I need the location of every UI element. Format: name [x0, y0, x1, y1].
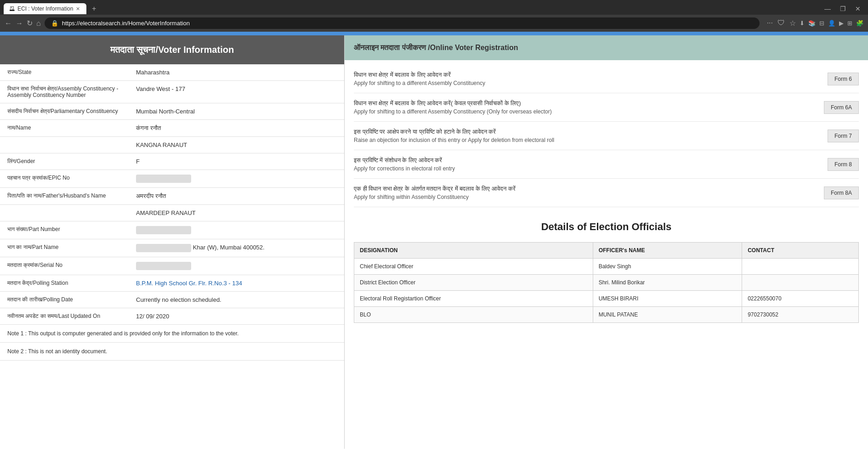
form7-button[interactable]: Form 7 — [828, 130, 859, 142]
back-button[interactable]: ← — [5, 19, 12, 28]
reg-text-2: इस प्रविष्टि पर आक्षेप करने या प्रविष्टि… — [354, 128, 822, 143]
officials-table: DESIGNATION OFFICER's NAME CONTACT Chief… — [354, 242, 859, 323]
label-polling-date: मतदान की तारीख/Polling Date — [0, 292, 129, 308]
close-button[interactable]: ✕ — [851, 4, 864, 13]
part-name-blurred — [136, 244, 191, 252]
form6-button[interactable]: Form 6 — [828, 73, 859, 85]
official-designation-0: Chief Electoral Officer — [354, 259, 593, 275]
reg-en-3: Apply for corrections in electoral roll … — [354, 165, 822, 172]
forward-button[interactable]: → — [16, 19, 23, 28]
address-bar[interactable]: 🔒 https://electoralsearch.in/Home/VoterI… — [45, 17, 760, 29]
active-tab[interactable]: 🗳 ECI : Voter Information ✕ — [4, 3, 86, 14]
official-name-2: UMESH BIRARI — [593, 291, 742, 307]
value-serial — [129, 257, 344, 275]
table-row: भाग संख्या/Part Number — [0, 221, 344, 239]
value-assembly: Vandre West - 177 — [129, 81, 344, 103]
window-controls: — ❐ ✕ — [821, 4, 864, 13]
official-name-0: Baldev Singh — [593, 259, 742, 275]
label-name: नाम/Name — [0, 120, 129, 137]
toolbar-icons: ··· 🛡 ☆ — [767, 19, 796, 28]
account-icon[interactable]: 👤 — [828, 20, 835, 27]
registration-section: विधान सभा क्षेत्र में बदलाव के लिए आवेदन… — [345, 60, 868, 212]
reg-hi-0: विधान सभा क्षेत्र में बदलाव के लिए आवेदन… — [354, 71, 822, 79]
table-row: पिता/पति का नाम/Father's/Husband's Name … — [0, 188, 344, 205]
part-number-blurred — [136, 226, 191, 234]
new-tab-button[interactable]: + — [88, 3, 100, 15]
label-part-number: भाग संख्या/Part Number — [0, 221, 129, 239]
table-row: संसदीय निर्वाचन क्षेत्र/Parliamentary Co… — [0, 103, 344, 120]
tab-close-button[interactable]: ✕ — [76, 6, 80, 12]
star-icon[interactable]: ☆ — [789, 19, 796, 28]
browser-chrome: 🗳 ECI : Voter Information ✕ + — ❐ ✕ — [0, 0, 868, 15]
official-designation-3: BLO — [354, 307, 593, 323]
part-name-text: Khar (W), Mumbai 400052. — [193, 244, 265, 251]
minimize-button[interactable]: — — [821, 4, 834, 13]
reg-text-4: एक ही विधान सभा क्षेत्र के अंतर्गत मतदान… — [354, 185, 818, 200]
reg-row-2: इस प्रविष्टि पर आक्षेप करने या प्रविष्टि… — [354, 122, 859, 150]
officials-header-row: DESIGNATION OFFICER's NAME CONTACT — [354, 243, 859, 259]
reg-hi-4: एक ही विधान सभा क्षेत्र के अंतर्गत मतदान… — [354, 185, 818, 192]
value-parliamentary: Mumbai North-Central — [129, 103, 344, 120]
left-panel: मतदाता सूचना/Voter Information राज्य/Sta… — [0, 35, 345, 449]
main-layout: मतदाता सूचना/Voter Information राज्य/Sta… — [0, 35, 868, 449]
label-serial: मतदाता क्रमांक/Serial No — [0, 257, 129, 275]
polling-station-link[interactable]: B.P.M. High School Gr. Flr. R.No.3 - 134 — [136, 280, 242, 287]
value-updated: 12/ 09/ 2020 — [129, 308, 344, 325]
table-row: मतदाता क्रमांक/Serial No — [0, 257, 344, 275]
value-epic — [129, 170, 344, 188]
sync-icon[interactable]: ⊟ — [819, 20, 824, 27]
label-father-empty — [0, 205, 129, 221]
reg-hi-3: इस प्रविष्टि में संशोधन के लिए आवेदन करे… — [354, 157, 822, 164]
table-row: विधान सभा निर्वाचन क्षेत्र/Assembly Cons… — [0, 81, 344, 103]
reg-en-0: Apply for shifting to a different Assemb… — [354, 80, 822, 86]
table-row: भाग का नाम/Part Name Khar (W), Mumbai 40… — [0, 239, 344, 257]
col-contact: CONTACT — [742, 243, 859, 259]
table-row: नवीनतम अपडेट का समय/Last Updated On 12/ … — [0, 308, 344, 325]
reg-row-4: एक ही विधान सभा क्षेत्र के अंतर्गत मतदान… — [354, 179, 859, 207]
tab-favicon: 🗳 — [9, 6, 15, 12]
label-updated: नवीनतम अपडेट का समय/Last Updated On — [0, 308, 129, 325]
value-father-en: AMARDEEP RANAUT — [129, 205, 344, 221]
library-icon[interactable]: 📚 — [808, 20, 816, 27]
more-options-button[interactable]: ··· — [767, 19, 773, 28]
table-row: KANGNA RANAUT — [0, 137, 344, 153]
form8a-button[interactable]: Form 8A — [824, 186, 859, 199]
official-contact-0 — [742, 259, 859, 275]
tab-bar: 🗳 ECI : Voter Information ✕ + — [4, 3, 100, 15]
shield-icon: 🛡 — [777, 19, 785, 28]
tab-title: ECI : Voter Information — [17, 6, 73, 12]
reg-en-1: Apply for shifting to a different Assemb… — [354, 108, 818, 115]
youtube-icon[interactable]: ▶ — [839, 20, 844, 27]
label-epic: पहचान पत्र क्रमांक/EPIC No — [0, 170, 129, 188]
restore-button[interactable]: ❐ — [836, 4, 850, 13]
table-row: राज्य/State Maharashtra — [0, 64, 344, 81]
right-header: ऑनलाइन मतदाता पंजीकरण /Online Voter Regi… — [345, 35, 868, 60]
reg-text-3: इस प्रविष्टि में संशोधन के लिए आवेदन करे… — [354, 157, 822, 172]
reg-row-1: विधान सभा क्षेत्र में बदलाव के लिए आवेदन… — [354, 93, 859, 122]
grid-icon[interactable]: ⊞ — [847, 20, 852, 27]
reg-row-3: इस प्रविष्टि में संशोधन के लिए आवेदन करे… — [354, 150, 859, 179]
official-row-2: Electoral Roll Registartion Officer UMES… — [354, 291, 859, 307]
note1: Note 1 : This output is computer generat… — [0, 325, 344, 343]
official-contact-3: 9702730052 — [742, 307, 859, 323]
address-bar-row: ← → ↻ ⌂ 🔒 https://electoralsearch.in/Hom… — [0, 15, 868, 32]
voter-info-table: राज्य/State Maharashtra विधान सभा निर्वा… — [0, 64, 344, 325]
label-part-name: भाग का नाम/Part Name — [0, 239, 129, 257]
official-designation-1: District Election Officer — [354, 275, 593, 291]
blue-banner — [0, 32, 868, 35]
official-designation-2: Electoral Roll Registartion Officer — [354, 291, 593, 307]
value-polling-station: B.P.M. High School Gr. Flr. R.No.3 - 134 — [129, 275, 344, 292]
value-name-hi: कंगना रनौत — [129, 120, 344, 137]
label-assembly: विधान सभा निर्वाचन क्षेत्र/Assembly Cons… — [0, 81, 129, 103]
reg-text-0: विधान सभा क्षेत्र में बदलाव के लिए आवेदन… — [354, 71, 822, 86]
reg-hi-2: इस प्रविष्टि पर आक्षेप करने या प्रविष्टि… — [354, 128, 822, 136]
right-header-text: ऑनलाइन मतदाता पंजीकरण /Online Voter Regi… — [354, 44, 518, 51]
panel-header: मतदाता सूचना/Voter Information — [0, 35, 344, 64]
form8-button[interactable]: Form 8 — [828, 158, 859, 171]
refresh-button[interactable]: ↻ — [27, 19, 33, 28]
col-designation: DESIGNATION — [354, 243, 593, 259]
extensions-icon[interactable]: 🧩 — [856, 20, 863, 27]
download-icon[interactable]: ⬇ — [800, 20, 805, 27]
form6a-button[interactable]: Form 6A — [824, 101, 859, 114]
home-button[interactable]: ⌂ — [36, 19, 41, 28]
